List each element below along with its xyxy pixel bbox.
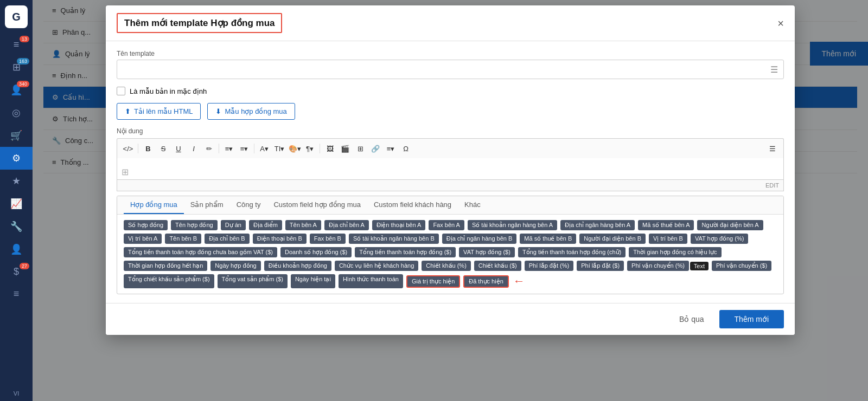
tag-chip[interactable]: VAT hợp đồng (%)	[691, 234, 748, 244]
toolbar-sep-1	[138, 144, 138, 153]
toolbar-italic[interactable]: I	[187, 142, 200, 155]
tag-chip[interactable]: Fax bên A	[429, 220, 464, 230]
toolbar-list-ul[interactable]: ≡▾	[222, 142, 235, 155]
tag-chip[interactable]: Thời gian hợp đồng có hiệu lực	[629, 247, 721, 257]
sample-contract-button[interactable]: ⬇ Mẫu hợp đồng mua	[207, 103, 295, 120]
tag-chip[interactable]: Mã số thuế bên A	[638, 220, 694, 230]
tag-chip[interactable]: Phí vận chuyển (%)	[627, 261, 689, 271]
toolbar-video[interactable]: 🎬	[339, 142, 352, 155]
tag-chip[interactable]: Phí lắp đặt (%)	[525, 261, 574, 271]
sidebar-item-star[interactable]: ★	[0, 170, 33, 192]
toolbar-strikethrough[interactable]: S	[157, 142, 170, 155]
toolbar-table[interactable]: ⊞	[354, 142, 367, 155]
toolbar-special[interactable]: Ω	[399, 142, 412, 155]
tag-tab-0[interactable]: Hợp đồng mua	[124, 196, 184, 214]
toolbar-align[interactable]: ≡▾	[384, 142, 397, 155]
sidebar-item-chart[interactable]: 📈	[0, 192, 33, 215]
sidebar-item-dollar[interactable]: $ 27	[0, 261, 33, 283]
tag-tab-2[interactable]: Công ty	[230, 196, 267, 214]
tag-tabs: Hợp đồng mua Sản phẩm Công ty Custom fie…	[117, 196, 783, 215]
tag-chip[interactable]: Mã số thuế bên B	[520, 234, 576, 244]
template-name-label: Tên template	[117, 50, 784, 57]
tag-chip[interactable]: Số tài khoản ngân hàng bên A	[468, 220, 557, 230]
tag-chip-highlighted[interactable]: Giá trị thực hiện	[406, 275, 460, 288]
tag-chip[interactable]: Chức vụ liên hệ khách hàng	[335, 261, 418, 271]
toolbar-font-size[interactable]: TI▾	[273, 142, 286, 155]
tag-chip[interactable]: Ngày hợp đồng	[210, 261, 260, 271]
tag-chip[interactable]: Tổng tiền thanh toán hợp đồng (chữ)	[518, 247, 626, 257]
tag-chip[interactable]: Địa chỉ ngân hàng bên A	[560, 220, 635, 230]
toolbar-marker[interactable]: ✏	[202, 142, 215, 155]
tag-chip[interactable]: Điện thoại bên A	[372, 220, 426, 230]
tag-chip[interactable]: Thời gian hợp đồng hết hạn	[124, 261, 207, 271]
sidebar-item-person[interactable]: 👤 340	[0, 79, 33, 101]
modal-body: Tên template ☰ Là mẫu bản in mặc định ⬆ …	[106, 41, 795, 303]
tag-chip[interactable]: Địa chỉ bên A	[324, 220, 369, 230]
tag-chip[interactable]: Người đại diện bên A	[697, 220, 763, 230]
main-content: ≡ Quản lý ⊞ Phân q... 👤 Quản lý ≡ Định n…	[33, 0, 868, 401]
tag-chip[interactable]: Địa chỉ bên B	[205, 234, 250, 244]
download-icon: ⬇	[215, 107, 221, 115]
submit-button[interactable]: Thêm mới	[719, 310, 784, 328]
tag-chip[interactable]: Số hợp đồng	[124, 220, 168, 230]
sidebar-item-list[interactable]: ≡	[0, 283, 33, 305]
toolbar-bg-color[interactable]: 🎨▾	[288, 142, 301, 155]
cancel-button[interactable]: Bỏ qua	[671, 310, 713, 328]
tag-chip[interactable]: Địa điểm	[249, 220, 282, 230]
tag-chip[interactable]: Tổng vat sản phẩm ($)	[218, 274, 288, 288]
toolbar-underline[interactable]: U	[172, 142, 185, 155]
tag-chip[interactable]: Doanh số hợp đồng ($)	[280, 247, 352, 257]
tag-tab-1[interactable]: Sản phẩm	[184, 196, 230, 214]
sidebar-item-user2[interactable]: 👤	[0, 238, 33, 261]
tag-chip[interactable]: Ngày hiện tại	[291, 274, 335, 288]
editor-area[interactable]: ⊞	[117, 158, 784, 180]
tag-chip[interactable]: Tổng tiền thanh toán hợp đồng ($)	[355, 247, 456, 257]
badge-5: 27	[20, 263, 29, 269]
tag-chip[interactable]: Tên bên B	[165, 234, 201, 244]
toolbar-more[interactable]: ☰	[766, 142, 779, 155]
tag-chip[interactable]: Fax bên B	[310, 234, 346, 244]
sidebar-item-users[interactable]: ⊞ 163	[0, 56, 33, 79]
tag-chip[interactable]: Phí vận chuyển ($)	[712, 261, 771, 271]
tag-chip[interactable]: Địa chỉ ngân hàng bên B	[442, 234, 517, 244]
toolbar-list-ol[interactable]: ≡▾	[238, 142, 251, 155]
tag-chip[interactable]: Phí lắp đặt ($)	[577, 261, 624, 271]
sidebar-item-cart[interactable]: 🛒	[0, 124, 33, 147]
toolbar-paragraph[interactable]: ¶▾	[303, 142, 316, 155]
tag-chip-highlighted[interactable]: Đã thực hiện	[463, 275, 509, 288]
sidebar-item-gear[interactable]: ⚙	[0, 147, 33, 170]
tag-chip[interactable]: Số tài khoản ngân hàng bên B	[349, 234, 439, 244]
upload-html-button[interactable]: ⬆ Tải lên mẫu HTML	[117, 103, 201, 120]
checkbox-label: Là mẫu bản in mặc định	[130, 87, 207, 95]
tag-chip[interactable]: VAT hợp đồng ($)	[459, 247, 515, 257]
default-template-checkbox[interactable]	[117, 87, 125, 95]
sidebar-item-menu[interactable]: ≡ 13	[0, 34, 33, 56]
modal-close-button[interactable]: ×	[777, 18, 784, 29]
toolbar-bold[interactable]: B	[142, 142, 155, 155]
tag-chip[interactable]: Tên bên A	[285, 220, 321, 230]
tag-chip[interactable]: Vị trí bên A	[124, 234, 162, 244]
tag-chip[interactable]: Người đại diện bên B	[579, 234, 646, 244]
tag-tab-4[interactable]: Custom field khách hàng	[367, 196, 458, 214]
tag-chip[interactable]: Chiết khấu ($)	[474, 261, 521, 271]
tag-chip[interactable]: Hình thức thanh toán	[339, 274, 403, 288]
toolbar-image[interactable]: 🖼	[323, 142, 336, 155]
tag-chip[interactable]: Dự án	[221, 220, 246, 230]
modal-dialog: Thêm mới template Hợp đồng mua × Tên tem…	[106, 5, 795, 335]
sidebar-item-circle[interactable]: ◎	[0, 101, 33, 124]
tag-chip[interactable]: Tổng chiết khấu sản phẩm ($)	[124, 274, 214, 288]
tag-chip[interactable]: Vị trí bên B	[649, 234, 687, 244]
tag-tab-3[interactable]: Custom field hợp đồng mua	[267, 196, 367, 214]
template-name-input[interactable]	[123, 66, 770, 74]
sidebar-logo: G	[5, 5, 28, 28]
tag-chip[interactable]: Tên hợp đồng	[171, 220, 218, 230]
tag-tab-5[interactable]: Khác	[458, 196, 487, 214]
tag-chip[interactable]: Điều khoản hợp đồng	[264, 261, 331, 271]
toolbar-link[interactable]: 🔗	[369, 142, 382, 155]
tag-chip[interactable]: Chiết khấu (%)	[422, 261, 471, 271]
toolbar-code[interactable]: </>	[122, 142, 135, 155]
tag-chip[interactable]: Điện thoại bên B	[253, 234, 307, 244]
tag-chip[interactable]: Tổng tiền thanh toán hợp đồng chưa bao g…	[124, 247, 277, 257]
sidebar-item-wrench[interactable]: 🔧	[0, 215, 33, 238]
toolbar-font-color[interactable]: A▾	[258, 142, 271, 155]
